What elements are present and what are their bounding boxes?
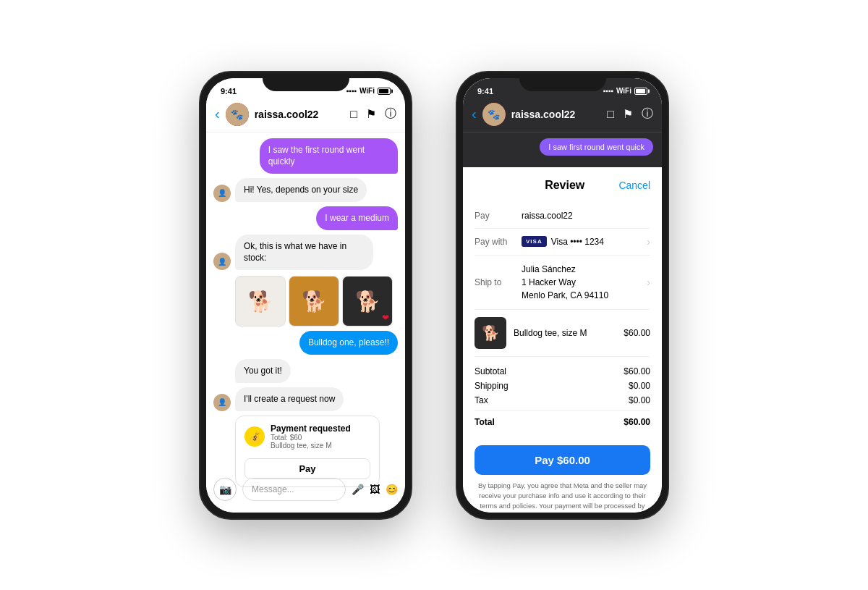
total-label: Total — [475, 417, 495, 427]
msg-received-1: 👤 Hi! Yes, depends on your size — [213, 178, 398, 202]
total-value: $60.00 — [624, 417, 650, 427]
item-name: Bulldog tee, size M — [514, 328, 616, 338]
info-icon-right[interactable]: ⓘ — [642, 106, 653, 122]
product-1[interactable]: 🐕 — [235, 276, 286, 326]
input-icons: 🎤 🖼 😊 — [352, 484, 398, 495]
msg-received-3: You got it! — [213, 359, 398, 383]
chat-body-left: I saw the first round went quickly 👤 Hi!… — [206, 132, 405, 513]
left-phone: 9:41 ▪▪▪▪ WiFi ‹ 🐾 raissa.cool22 □ ⚑ ⓘ — [199, 71, 412, 520]
chevron-pay-with[interactable]: › — [647, 236, 650, 248]
chat-header-right: ‹ 🐾 raissa.cool22 □ ⚑ ⓘ — [463, 100, 662, 132]
avatar-img-right: 🐾 — [482, 103, 506, 126]
msg-sent-3: Bulldog one, please!! — [213, 331, 398, 355]
avatar-received-4: 👤 — [213, 394, 231, 411]
tax-row: Tax $0.00 — [475, 393, 650, 408]
pay-to-value: raissa.cool22 — [522, 211, 650, 221]
product-thumb: 🐕 — [475, 317, 506, 349]
avatar-img-left: 🐾 — [226, 103, 249, 126]
status-icons-right: ▪▪▪▪ WiFi — [603, 87, 647, 95]
chevron-ship-to[interactable]: › — [647, 277, 650, 288]
payment-item: Bulldog tee, size M — [271, 442, 351, 450]
header-icons-left: □ ⚑ ⓘ — [350, 106, 396, 122]
battery-icon-right — [634, 88, 647, 95]
mic-icon[interactable]: 🎤 — [352, 484, 364, 495]
golden-img: 🐕 — [302, 290, 327, 313]
payment-card: 💰 Payment requested Total: $60 Bulldog t… — [235, 416, 380, 487]
total-row: Total $60.00 — [475, 410, 650, 429]
collie-img: 🐕 — [248, 290, 273, 313]
msg-sent-2: I wear a medium — [213, 206, 398, 230]
pay-with-detail: VISA Visa •••• 1234 — [522, 236, 639, 247]
msg-received-4: 👤 I'll create a request now — [213, 387, 398, 411]
bubble-sent-2: I wear a medium — [316, 206, 398, 230]
cancel-button[interactable]: Cancel — [618, 180, 650, 191]
video-icon[interactable]: □ — [350, 108, 357, 121]
payment-icon: 💰 — [244, 426, 265, 447]
product-grid: 🐕 🐕 🐕 ❤ — [235, 276, 393, 326]
preview-msg-wrapper: I saw first round went quick — [463, 132, 662, 161]
bubble-sent-1: I saw the first round went quickly — [260, 138, 398, 174]
flag-icon[interactable]: ⚑ — [366, 107, 376, 121]
shipping-row: Shipping $0.00 — [475, 379, 650, 393]
bubble-received-4: I'll create a request now — [235, 387, 344, 411]
username-right[interactable]: raissa.cool22 — [511, 109, 602, 120]
preview-msg: I saw first round went quick — [540, 138, 653, 156]
bubble-received-1: Hi! Yes, depends on your size — [235, 178, 367, 202]
input-placeholder: Message... — [252, 484, 294, 494]
left-screen: 9:41 ▪▪▪▪ WiFi ‹ 🐾 raissa.cool22 □ ⚑ ⓘ — [206, 78, 405, 513]
info-icon[interactable]: ⓘ — [385, 106, 396, 122]
card-number: Visa •••• 1234 — [551, 237, 640, 247]
wifi-icon: WiFi — [359, 87, 375, 95]
subtotal-label: Subtotal — [475, 366, 506, 376]
tax-value: $0.00 — [629, 395, 650, 405]
pay-button[interactable]: Pay — [244, 458, 370, 479]
pay-label: Pay — [475, 211, 514, 221]
chat-input-bar: 📷 Message... 🎤 🖼 😊 — [213, 478, 398, 501]
flag-icon-right[interactable]: ⚑ — [623, 107, 633, 121]
payment-total: Total: $60 — [271, 434, 351, 442]
status-bar-right: 9:41 ▪▪▪▪ WiFi — [463, 78, 662, 100]
recipient-name: Julia Sánchez — [522, 263, 639, 276]
status-bar-left: 9:41 ▪▪▪▪ WiFi — [206, 78, 405, 100]
right-phone: 9:41 ▪▪▪▪ WiFi ‹ 🐾 raissa.cool22 □ — [456, 71, 669, 520]
address-city: Menlo Park, CA 94110 — [522, 289, 639, 302]
shipping-label: Shipping — [475, 381, 509, 391]
heart-badge: ❤ — [382, 313, 389, 323]
image-icon[interactable]: 🖼 — [370, 484, 380, 495]
status-time-left: 9:41 — [221, 87, 237, 96]
back-button-left[interactable]: ‹ — [215, 106, 220, 122]
bubble-received-2: Ok, this is what we have in stock: — [235, 235, 373, 271]
payment-card-header: 💰 Payment requested Total: $60 Bulldog t… — [244, 423, 370, 450]
username-left[interactable]: raissa.cool22 — [255, 109, 345, 120]
ship-to-label: Ship to — [475, 277, 514, 287]
main-pay-button[interactable]: Pay $60.00 — [475, 445, 650, 475]
status-icons-left: ▪▪▪▪ WiFi — [346, 87, 391, 95]
ship-to-row: Ship to Julia Sánchez 1 Hacker Way Menlo… — [475, 256, 650, 310]
payment-info: Payment requested Total: $60 Bulldog tee… — [271, 423, 351, 450]
back-button-right[interactable]: ‹ — [472, 106, 477, 122]
signal-icon: ▪▪▪▪ — [346, 87, 357, 95]
chat-header-left: ‹ 🐾 raissa.cool22 □ ⚑ ⓘ — [206, 100, 405, 132]
msg-received-2: 👤 Ok, this is what we have in stock: — [213, 235, 398, 271]
video-icon-right[interactable]: □ — [607, 108, 614, 121]
emoji-icon[interactable]: 😊 — [386, 484, 398, 495]
payment-title: Payment requested — [271, 423, 351, 434]
address-block: Julia Sánchez 1 Hacker Way Menlo Park, C… — [522, 263, 639, 302]
pay-row: Pay raissa.cool22 — [475, 203, 650, 229]
bubble-sent-3: Bulldog one, please!! — [299, 331, 398, 355]
rottweiler-img: 🐕 — [355, 290, 380, 313]
visa-badge: VISA — [522, 236, 547, 247]
header-icons-right: □ ⚑ ⓘ — [607, 106, 653, 122]
msg-sent-1: I saw the first round went quickly — [213, 138, 398, 174]
review-header: Review Cancel — [475, 179, 650, 192]
product-row: 🐕 Bulldog tee, size M $60.00 — [475, 310, 650, 357]
product-2[interactable]: 🐕 — [289, 276, 339, 326]
camera-button[interactable]: 📷 — [213, 478, 237, 501]
avatar-received-2: 👤 — [213, 253, 231, 270]
message-input[interactable]: Message... — [242, 478, 346, 501]
product-3[interactable]: 🐕 ❤ — [342, 276, 393, 326]
tax-label: Tax — [475, 395, 488, 405]
signal-icon-right: ▪▪▪▪ — [603, 87, 613, 95]
wifi-icon-right: WiFi — [616, 87, 631, 95]
pay-with-row: Pay with VISA Visa •••• 1234 › — [475, 229, 650, 256]
